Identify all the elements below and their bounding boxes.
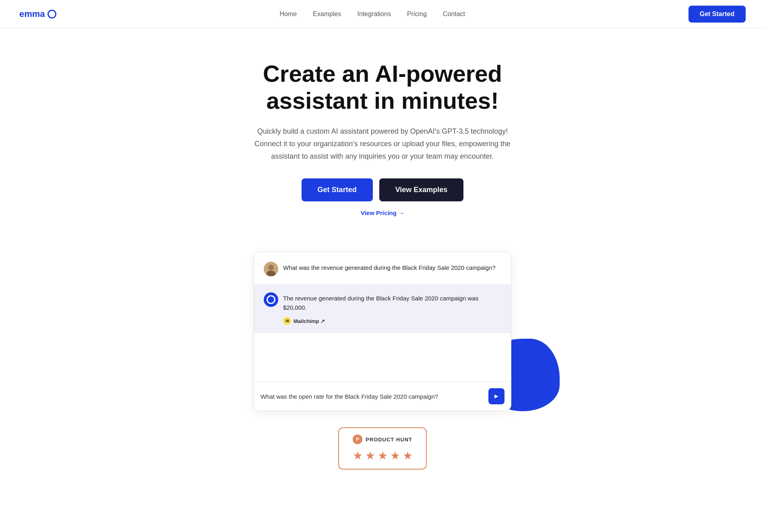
- chat-send-button[interactable]: ►: [488, 388, 504, 404]
- star-4: ★: [390, 449, 400, 462]
- mailchimp-link[interactable]: Mailchimp ↗: [294, 318, 325, 324]
- hero-get-started-button[interactable]: Get Started: [302, 178, 373, 201]
- logo-circle-icon: [48, 10, 56, 19]
- ai-avatar: [264, 292, 278, 307]
- star-1: ★: [353, 449, 363, 462]
- chat-demo-wrapper: What was the revenue generated during th…: [254, 252, 511, 411]
- ph-stars: ★ ★ ★ ★ ★: [350, 449, 415, 462]
- hero-section: Create an AI-powered assistant in minute…: [209, 28, 556, 252]
- product-hunt-section: P PRODUCT HUNT ★ ★ ★ ★ ★: [0, 411, 765, 478]
- logo-text: emma: [19, 9, 45, 19]
- chat-ai-message: The revenue generated during the Black F…: [254, 284, 511, 333]
- chat-demo-card: What was the revenue generated during th…: [254, 252, 511, 411]
- star-5: ★: [403, 449, 413, 462]
- ph-header: P PRODUCT HUNT: [350, 435, 415, 444]
- cta-buttons: Get Started View Examples: [229, 178, 536, 201]
- logo[interactable]: emma: [19, 9, 56, 19]
- hero-heading: Create an AI-powered assistant in minute…: [229, 60, 536, 114]
- chat-input[interactable]: [261, 393, 484, 400]
- star-2: ★: [365, 449, 375, 462]
- star-3: ★: [378, 449, 388, 462]
- nav-examples[interactable]: Examples: [313, 10, 341, 17]
- ai-response-text: The revenue generated during the Black F…: [283, 292, 501, 312]
- chat-user-text: What was the revenue generated during th…: [283, 262, 496, 273]
- user-avatar: [264, 262, 278, 276]
- ai-avatar-circle: [267, 295, 275, 304]
- navbar: emma Home Examples Integrations Pricing …: [0, 0, 765, 28]
- nav-integrations[interactable]: Integrations: [357, 10, 391, 17]
- nav-home[interactable]: Home: [279, 10, 297, 17]
- chat-input-bar: ►: [254, 381, 511, 411]
- ai-source: ✉ Mailchimp ↗: [283, 317, 501, 325]
- chat-user-message: What was the revenue generated during th…: [254, 252, 511, 284]
- nav-contact[interactable]: Contact: [443, 10, 465, 17]
- hero-description: Quickly build a custom AI assistant powe…: [246, 125, 519, 162]
- send-icon: ►: [493, 393, 500, 400]
- hero-view-examples-button[interactable]: View Examples: [379, 178, 464, 201]
- product-hunt-card: P PRODUCT HUNT ★ ★ ★ ★ ★: [338, 427, 427, 470]
- nav-get-started-button[interactable]: Get Started: [688, 6, 746, 23]
- mailchimp-badge: ✉: [283, 317, 291, 325]
- chat-empty-space: [254, 333, 511, 381]
- nav-pricing[interactable]: Pricing: [407, 10, 427, 17]
- nav-links: Home Examples Integrations Pricing Conta…: [279, 10, 465, 18]
- ph-title: PRODUCT HUNT: [366, 437, 412, 443]
- view-pricing-link[interactable]: View Pricing →: [229, 209, 536, 216]
- svg-point-1: [268, 265, 274, 270]
- ph-logo: P: [353, 435, 362, 444]
